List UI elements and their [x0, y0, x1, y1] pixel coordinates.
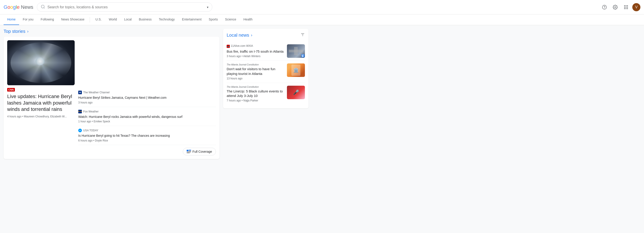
local-article-title: Bus fire, traffic on I-75 south in Atlan…	[227, 49, 284, 54]
local-article[interactable]: The Atlanta Journal-Constitution The Lin…	[227, 83, 305, 105]
nav-item-science[interactable]: Science	[222, 14, 240, 25]
local-article-thumbnail	[287, 44, 305, 58]
svg-point-4	[614, 6, 616, 8]
source-name: USA TODAY	[83, 129, 98, 132]
svg-rect-11	[624, 8, 625, 9]
showcase-icon	[301, 54, 304, 57]
local-article-thumbnail: 🏛️	[287, 64, 305, 77]
fox-weather-icon: FOX	[78, 110, 82, 113]
local-source-name: 11Alive.com WXIA	[231, 44, 253, 48]
full-coverage-button[interactable]: Full Coverage	[183, 148, 216, 156]
main-headline[interactable]: Live updates: Hurricane Beryl lashes Jam…	[7, 93, 75, 113]
svg-rect-10	[627, 7, 628, 8]
local-article-title: The LineUp: 5 Black culture events to at…	[227, 89, 284, 98]
local-source-name: The Atlanta Journal-Constitution	[227, 86, 284, 88]
left-column: Top stories › CNN	[4, 29, 220, 230]
svg-line-1	[44, 8, 45, 8]
source-row: FOX Fox Weather	[78, 110, 216, 113]
cnn-source: CNN	[7, 88, 75, 92]
svg-rect-17	[187, 152, 191, 152]
local-source-name: The Atlanta Journal-Constitution	[227, 64, 284, 66]
article-title: Hurricane Beryl Strikes Jamaica, Caymans…	[78, 96, 216, 100]
svg-rect-15	[189, 150, 191, 150]
avatar[interactable]: V	[632, 3, 640, 11]
nav-divider	[90, 17, 90, 22]
svg-rect-7	[627, 5, 628, 6]
local-news-chevron: ›	[251, 33, 252, 38]
full-coverage-label: Full Coverage	[192, 150, 212, 154]
main-story-below: CNN Live updates: Hurricane Beryl lashes…	[7, 88, 216, 156]
top-stories-title[interactable]: Top stories ›	[4, 29, 28, 34]
svg-point-2	[602, 5, 606, 9]
local-article-content: 📺 11Alive.com WXIA Bus fire, traffic on …	[227, 44, 284, 58]
svg-rect-16	[189, 151, 191, 151]
local-news-card: Local news › 📺 11Alive.com WXIA	[223, 29, 308, 108]
local-article-content: The Atlanta Journal-Constitution Don't w…	[227, 64, 284, 80]
google-news-logo[interactable]: Google News	[4, 4, 33, 10]
article-meta: 6 hours ago • Doyle Rice	[78, 139, 216, 142]
search-input[interactable]	[48, 5, 204, 9]
nav-item-technology[interactable]: Technology	[155, 14, 178, 25]
nav-item-news-showcase[interactable]: News Showcase	[58, 14, 88, 25]
apps-button[interactable]	[622, 3, 630, 12]
article-meta: 3 hours ago	[78, 101, 216, 104]
header: Google News ▾	[0, 0, 644, 14]
source-name: The Weather Channel	[83, 91, 110, 94]
weather-channel-icon: W	[78, 91, 82, 94]
svg-rect-23	[303, 55, 304, 55]
local-news-title[interactable]: Local news ›	[227, 32, 252, 38]
article-meta: 1 hour ago • Emilee Speck	[78, 120, 216, 123]
search-icon	[41, 4, 45, 10]
hurricane-image	[7, 40, 75, 85]
svg-rect-12	[626, 8, 626, 9]
full-coverage-icon	[187, 150, 191, 154]
search-bar: ▾	[37, 2, 212, 12]
11alive-icon: 📺	[227, 45, 230, 48]
svg-rect-5	[624, 5, 625, 6]
source-row: W The Weather Channel	[78, 91, 216, 94]
header-icons: V	[600, 3, 640, 12]
article-title: Watch: Hurricane Beryl rocks Jamaica wit…	[78, 115, 216, 119]
nav-item-health[interactable]: Health	[240, 14, 256, 25]
filter-icon[interactable]	[300, 32, 305, 38]
main-story-image[interactable]	[7, 40, 75, 85]
nav-item-local[interactable]: Local	[120, 14, 135, 25]
right-column: Local news › 📺 11Alive.com WXIA	[223, 29, 308, 230]
atlanta-thumbnail: 🏛️	[287, 64, 305, 77]
nav-item-home[interactable]: Home	[4, 14, 19, 25]
settings-button[interactable]	[611, 3, 620, 12]
help-button[interactable]	[600, 3, 609, 12]
local-article[interactable]: 📺 11Alive.com WXIA Bus fire, traffic on …	[227, 42, 305, 61]
svg-rect-24	[302, 56, 304, 56]
svg-rect-6	[626, 5, 626, 6]
nav-item-business[interactable]: Business	[135, 14, 155, 25]
main-nav: Home For you Following News Showcase U.S…	[0, 14, 644, 25]
search-dropdown-icon[interactable]: ▾	[207, 6, 208, 9]
nav-item-us[interactable]: U.S.	[92, 14, 105, 25]
hurricane-eye	[36, 57, 44, 65]
top-stories-header: Top stories ›	[4, 29, 220, 34]
source-row: ● USA TODAY	[78, 129, 216, 132]
article-item[interactable]: FOX Fox Weather Watch: Hurricane Beryl r…	[78, 107, 216, 126]
nav-item-entertainment[interactable]: Entertainment	[178, 14, 205, 25]
nav-item-following[interactable]: Following	[37, 14, 58, 25]
local-article-meta: 13 hours ago	[227, 77, 284, 80]
article-item[interactable]: ● USA TODAY Is Hurricane Beryl going to …	[78, 126, 216, 145]
local-article-meta: 3 hours ago • Akilah Winters	[227, 55, 284, 58]
local-article-thumbnail: 🎤	[287, 86, 305, 99]
svg-rect-22	[302, 55, 303, 56]
svg-rect-8	[624, 7, 625, 8]
nav-item-for-you[interactable]: For you	[19, 14, 37, 25]
main-meta: 4 hours ago • Maureen Chowdhury, Elizabe…	[7, 115, 75, 118]
logo-google-text: Google	[4, 4, 20, 10]
nav-item-world[interactable]: World	[105, 14, 120, 25]
cnn-badge: CNN	[7, 88, 15, 92]
nav-item-sports[interactable]: Sports	[205, 14, 221, 25]
top-stories-chevron: ›	[27, 29, 28, 34]
side-articles: W The Weather Channel Hurricane Beryl St…	[78, 88, 216, 156]
article-title: Is Hurricane Beryl going to hit Texas? T…	[78, 134, 216, 138]
svg-rect-13	[627, 8, 628, 9]
top-story-layout	[7, 40, 216, 85]
local-article[interactable]: The Atlanta Journal-Constitution Don't w…	[227, 61, 305, 83]
article-item[interactable]: W The Weather Channel Hurricane Beryl St…	[78, 88, 216, 107]
